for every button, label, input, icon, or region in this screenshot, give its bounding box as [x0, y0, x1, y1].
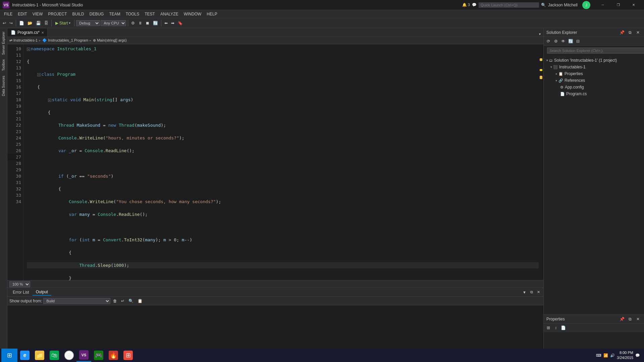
- taskbar-vs-app[interactable]: VS: [76, 349, 91, 362]
- breadcrumb-project[interactable]: ⇌ Instructables-1: [9, 38, 38, 43]
- se-pin-button[interactable]: 📌: [619, 29, 625, 36]
- output-copy-button[interactable]: 📋: [136, 298, 144, 304]
- tree-properties[interactable]: ▸ 📋 Properties: [544, 70, 644, 77]
- se-collapse-all-button[interactable]: ⊟: [575, 38, 581, 45]
- server-explorer-tab[interactable]: Server Explorer: [1, 29, 6, 57]
- menu-file[interactable]: FILE: [1, 11, 15, 17]
- vs-taskbar-icon: VS: [79, 350, 89, 360]
- tree-appconfig[interactable]: ⚙ App.config: [544, 84, 644, 90]
- restart-button[interactable]: 🔄: [152, 20, 159, 26]
- appconfig-icon: ⚙: [560, 85, 564, 89]
- open-file-button[interactable]: 📂: [26, 20, 34, 26]
- menu-analyze[interactable]: ANALYZE: [158, 11, 181, 17]
- menu-project[interactable]: PROJECT: [45, 11, 69, 17]
- nav-back-button[interactable]: ⬅: [163, 20, 169, 26]
- output-clear-button[interactable]: 🗑: [112, 298, 118, 304]
- tree-project[interactable]: ▾ ⬛ Instructables-1: [544, 64, 644, 70]
- tree-solution[interactable]: ▾ 🗂 Solution 'Instructables-1' (1 projec…: [544, 57, 644, 64]
- tree-references[interactable]: ▸ 🔗 References: [544, 77, 644, 84]
- properties-label: Properties: [565, 71, 583, 76]
- taskbar-app8[interactable]: ⊞: [121, 349, 136, 362]
- se-close-button[interactable]: ✕: [635, 29, 641, 36]
- save-button[interactable]: 💾: [35, 20, 42, 26]
- output-filter-button[interactable]: 🔍: [127, 298, 135, 304]
- zoom-select[interactable]: 100 % 75 % 150 %: [9, 281, 30, 287]
- project-label: Instructables-1: [559, 65, 586, 69]
- notifications-icon: 💬: [635, 353, 640, 358]
- ie-icon: e: [20, 351, 30, 360]
- output-pin-button[interactable]: ▼: [521, 290, 528, 295]
- quick-launch-input[interactable]: [479, 2, 539, 8]
- se-show-all-button[interactable]: 👁: [560, 38, 567, 45]
- data-sources-tab[interactable]: Data Sources: [1, 74, 6, 98]
- redo-button[interactable]: ↪: [8, 20, 14, 26]
- breadcrumb-method[interactable]: ⊕ Main(string[] args): [93, 38, 127, 43]
- taskbar-ie-app[interactable]: e: [17, 349, 32, 362]
- se-sync-button[interactable]: ⟳: [545, 38, 552, 45]
- new-file-button[interactable]: 📄: [18, 20, 25, 26]
- menu-view[interactable]: VIEW: [30, 11, 46, 17]
- attach-button[interactable]: ⚙: [130, 20, 136, 26]
- menu-tools[interactable]: TOOLS: [123, 11, 142, 17]
- show-output-label: Show output from:: [9, 299, 42, 303]
- output-dock-button[interactable]: ⧉: [529, 289, 534, 295]
- se-properties-button[interactable]: ⚙: [552, 38, 559, 45]
- bookmark-button[interactable]: 🔖: [176, 20, 184, 26]
- save-all-button[interactable]: 🗄: [43, 20, 50, 26]
- menu-debug[interactable]: DEBUG: [87, 11, 107, 17]
- prop-page-button[interactable]: 📄: [560, 324, 567, 331]
- taskbar-app7[interactable]: 🔥: [106, 349, 121, 362]
- code-content[interactable]: -namespace Instructables_1 { -class Prog…: [23, 44, 539, 280]
- menu-test[interactable]: TEST: [142, 11, 158, 17]
- pause-button[interactable]: ⏸: [137, 20, 144, 26]
- prop-pin-button[interactable]: 📌: [619, 316, 625, 322]
- error-list-tab[interactable]: Error List: [9, 289, 33, 295]
- restore-button[interactable]: ❐: [610, 0, 626, 10]
- menu-help[interactable]: HELP: [204, 11, 220, 17]
- prop-close-button[interactable]: ✕: [635, 316, 641, 322]
- output-source-select[interactable]: Build Debug: [43, 298, 110, 304]
- stop-button[interactable]: ⏹: [144, 20, 151, 26]
- prop-alpha-button[interactable]: ↕: [552, 324, 559, 331]
- taskbar: ⊞ e 📁 🛍 ◎ VS 🎮 🔥 ⊞ ⌨ 📶 🔊 8:00 PM 3/24/20…: [0, 349, 644, 362]
- toolbox-tab[interactable]: Toolbox: [1, 57, 6, 73]
- tab-label: Program.cs*: [17, 30, 40, 35]
- start-button[interactable]: ▶ Start ▾: [53, 20, 72, 26]
- taskbar-start-button[interactable]: ⊞: [1, 349, 17, 362]
- taskbar-store-app[interactable]: 🛍: [47, 349, 62, 362]
- menu-team[interactable]: TEAM: [106, 11, 123, 17]
- tab-program-cs[interactable]: 📄 Program.cs* ✕: [7, 28, 48, 37]
- prop-cat-button[interactable]: ⊞: [545, 324, 552, 331]
- breadcrumb-class[interactable]: 🔷 Instructables_1.Program: [42, 38, 88, 43]
- undo-button[interactable]: ↩: [1, 20, 7, 26]
- se-search-input[interactable]: [547, 48, 644, 54]
- tab-list-button[interactable]: ▾: [538, 32, 542, 37]
- references-label: References: [565, 78, 585, 83]
- output-toolbar: Show output from: Build Debug 🗑 ↵ 🔍 📋: [7, 297, 543, 305]
- menu-build[interactable]: BUILD: [69, 11, 87, 17]
- xbox-icon: 🎮: [94, 351, 103, 360]
- taskbar-clock: 8:00 PM 3/24/2015: [617, 350, 633, 361]
- prop-collapse-button[interactable]: ⧉: [627, 316, 633, 322]
- platform-dropdown[interactable]: Any CPU x86 x64: [101, 20, 126, 26]
- se-refresh-button[interactable]: 🔄: [567, 38, 574, 45]
- taskbar-explorer-app[interactable]: 📁: [32, 349, 47, 362]
- se-search-container: [544, 46, 644, 56]
- tree-programcs[interactable]: 📄 Program.cs: [544, 90, 644, 97]
- output-close-button[interactable]: ✕: [536, 289, 541, 295]
- config-dropdown[interactable]: Debug Release: [76, 20, 100, 26]
- output-tab[interactable]: Output: [33, 289, 51, 296]
- se-collapse-button[interactable]: ⧉: [627, 29, 633, 36]
- nav-fwd-button[interactable]: ➡: [170, 20, 176, 26]
- tab-close-button[interactable]: ✕: [41, 31, 44, 35]
- menu-window[interactable]: WINDOW: [181, 11, 204, 17]
- close-button[interactable]: ✕: [626, 0, 641, 10]
- editor-scrollbar[interactable]: [539, 44, 543, 280]
- minimize-button[interactable]: ─: [595, 0, 610, 10]
- output-word-wrap-button[interactable]: ↵: [120, 298, 126, 304]
- taskbar-xbox-app[interactable]: 🎮: [91, 349, 106, 362]
- code-editor[interactable]: 10 11 12 13 14 15 16 17 18 19 20 21 22 2…: [7, 44, 543, 280]
- taskbar-chrome-app[interactable]: ◎: [62, 349, 76, 362]
- grid-icon: ⊞: [123, 351, 133, 360]
- menu-edit[interactable]: EDIT: [15, 11, 30, 17]
